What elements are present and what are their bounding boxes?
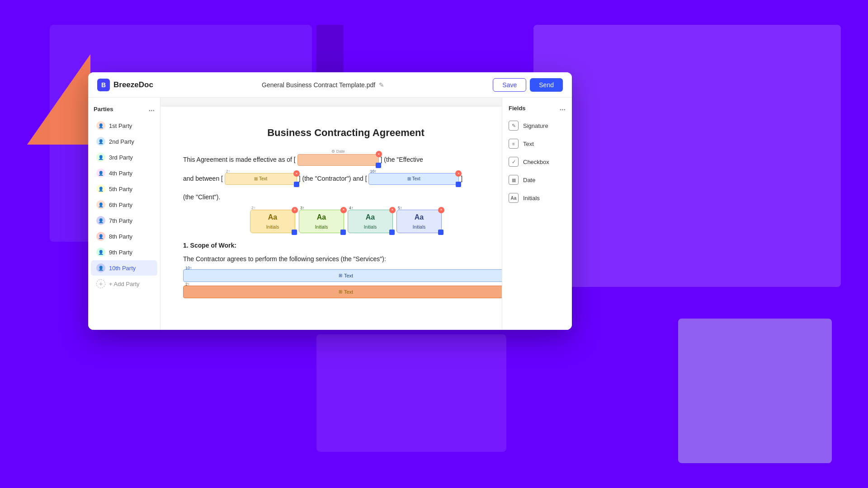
date-field-resize[interactable] — [376, 163, 381, 168]
scope-para: The Contractor agrees to perform the fol… — [183, 254, 502, 264]
initials-p2-resize[interactable] — [292, 230, 297, 235]
text-field-party2[interactable]: 2↑ ⊞ Text × — [225, 173, 297, 185]
add-party-label: + Add Party — [109, 281, 140, 287]
app-header: B BreezeDoc General Business Contract Te… — [88, 72, 572, 98]
app-body: Parties ... 👤 1st Party 👤 2nd Party 👤 3r… — [88, 98, 572, 330]
initials-p3-label: Initials — [315, 224, 328, 231]
sidebar-item-party8[interactable]: 👤 8th Party — [91, 229, 157, 244]
text-field-full-p2[interactable]: 2↑ ⊞ Text × — [183, 286, 502, 298]
initials-p3-resize[interactable] — [340, 230, 346, 235]
party3-label: 3rd Party — [109, 154, 133, 161]
bg-rect-2 — [533, 25, 841, 287]
text-field-label-2: ⊞ Text — [407, 175, 420, 183]
initials-p3-num: 3↑ — [300, 205, 305, 211]
field-type-signature[interactable]: ✎ Signature — [502, 117, 572, 135]
initials-p5-close[interactable]: × — [438, 207, 444, 213]
fields-panel: Fields ... ✎ Signature ≡ Text ✓ Checkbox… — [502, 98, 572, 330]
initials-field-p3[interactable]: 3↑ Aa Initials × — [299, 210, 344, 233]
fields-more-icon[interactable]: ... — [560, 104, 566, 112]
party5-label: 5th Party — [109, 186, 132, 192]
sidebar-item-party2[interactable]: 👤 2nd Party — [91, 134, 157, 149]
header-actions: Save Send — [493, 78, 563, 92]
initials-field-p4[interactable]: 4↑ Aa Initials × — [348, 210, 393, 233]
text-field-p2-close[interactable]: × — [293, 170, 300, 177]
scope-heading: 1. Scope of Work: — [183, 240, 502, 250]
sidebar-item-party5[interactable]: 👤 5th Party — [91, 181, 157, 197]
party9-avatar: 👤 — [96, 248, 105, 257]
fields-label: Fields — [509, 105, 526, 112]
bg-rect-4 — [678, 319, 832, 463]
send-button[interactable]: Send — [530, 78, 563, 92]
edit-filename-icon[interactable]: ✎ — [379, 81, 384, 89]
para2-mid: ] (the "Contractor") and [ — [299, 175, 367, 182]
sidebar-item-party10[interactable]: 👤 10th Party — [91, 260, 157, 276]
party6-avatar: 👤 — [96, 200, 105, 209]
party10-num: 10↑ — [370, 168, 377, 174]
text-field-full-p10[interactable]: 10↑ ⊞ Text × — [183, 269, 502, 282]
field-type-date[interactable]: ▦ Date — [502, 171, 572, 189]
party4-label: 4th Party — [109, 170, 132, 177]
field-type-checkbox[interactable]: ✓ Checkbox — [502, 153, 572, 171]
add-party-button[interactable]: + + Add Party — [91, 276, 157, 291]
checkbox-icon: ✓ — [509, 157, 519, 167]
initials-p3-close[interactable]: × — [340, 207, 347, 213]
filename: General Business Contract Template.pdf — [262, 81, 375, 89]
add-party-icon: + — [96, 279, 105, 288]
text-icon-1: ⊞ — [339, 272, 342, 279]
contract-para-1: This Agreement is made effective as of [… — [183, 154, 502, 166]
date-field-close[interactable]: × — [376, 151, 382, 157]
initials-p5-label: Initials — [413, 224, 425, 231]
sidebar-more-icon[interactable]: ... — [149, 105, 155, 113]
date-field-label: ⚙ Date — [331, 148, 345, 155]
date-field-container: ⚙ Date × — [297, 154, 379, 166]
logo-area: B BreezeDoc — [97, 79, 153, 91]
para2-end: ] — [461, 175, 462, 182]
save-button[interactable]: Save — [493, 78, 526, 92]
text-field-p2-resize[interactable] — [294, 182, 299, 187]
para2-start: and between [ — [183, 175, 223, 182]
text-field-label-1: ⊞ Text — [254, 175, 267, 183]
document-area[interactable]: Business Contracting Agreement This Agre… — [160, 98, 502, 330]
sidebar-item-party9[interactable]: 👤 9th Party — [91, 244, 157, 260]
date-label: Date — [523, 177, 535, 183]
para1-start: This Agreement is made effective as of [ — [183, 156, 296, 163]
text-field-p2-container: 2↑ ⊞ Text × — [225, 173, 297, 185]
initials-field-p5[interactable]: 5↑ Aa Initials × — [396, 210, 442, 233]
initials-p4-aa: Aa — [366, 211, 375, 223]
initials-p2-close[interactable]: × — [292, 207, 298, 213]
sidebar-item-party4[interactable]: 👤 4th Party — [91, 165, 157, 181]
field-type-text[interactable]: ≡ Text — [502, 135, 572, 153]
text-field-party10[interactable]: 10↑ ⊞ Text × — [368, 173, 459, 185]
sidebar-item-party7[interactable]: 👤 7th Party — [91, 213, 157, 228]
signature-icon: ✎ — [509, 121, 519, 131]
doc-title: Business Contracting Agreement — [183, 125, 502, 141]
party2-label: 2nd Party — [109, 138, 134, 145]
sidebar: Parties ... 👤 1st Party 👤 2nd Party 👤 3r… — [88, 98, 160, 330]
sidebar-item-party6[interactable]: 👤 6th Party — [91, 197, 157, 212]
text-field-icon: ≡ — [509, 139, 519, 149]
sidebar-header: Parties ... — [88, 103, 160, 117]
party9-label: 9th Party — [109, 249, 132, 256]
signature-label: Signature — [523, 122, 548, 129]
party8-avatar: 👤 — [96, 232, 105, 241]
party1-num-icon: ⚙ — [331, 148, 335, 155]
initials-p4-close[interactable]: × — [389, 207, 396, 213]
contract-para-2: and between [ 2↑ ⊞ Text × ] (the "Contra… — [183, 173, 502, 185]
sidebar-item-party1[interactable]: 👤 1st Party — [91, 118, 157, 133]
party5-avatar: 👤 — [96, 184, 105, 193]
date-field[interactable]: ⚙ Date × — [297, 154, 379, 166]
sidebar-item-party3[interactable]: 👤 3rd Party — [91, 150, 157, 165]
initials-label: Initials — [523, 195, 540, 202]
party8-label: 8th Party — [109, 233, 132, 240]
initials-field-p2[interactable]: 2↑ Aa Initials × — [250, 210, 295, 233]
party2-avatar: 👤 — [96, 137, 105, 146]
field-type-initials[interactable]: Aa Initials — [502, 189, 572, 207]
text-icon-2: ⊞ — [339, 288, 342, 296]
party2-num: 2↑ — [226, 168, 231, 174]
text-field-p10-resize[interactable] — [456, 182, 461, 187]
party7-avatar: 👤 — [96, 216, 105, 225]
parties-label: Parties — [94, 106, 113, 113]
initials-p2-label: Initials — [266, 224, 279, 231]
initials-p4-resize[interactable] — [389, 230, 395, 235]
initials-p5-resize[interactable] — [438, 230, 443, 235]
